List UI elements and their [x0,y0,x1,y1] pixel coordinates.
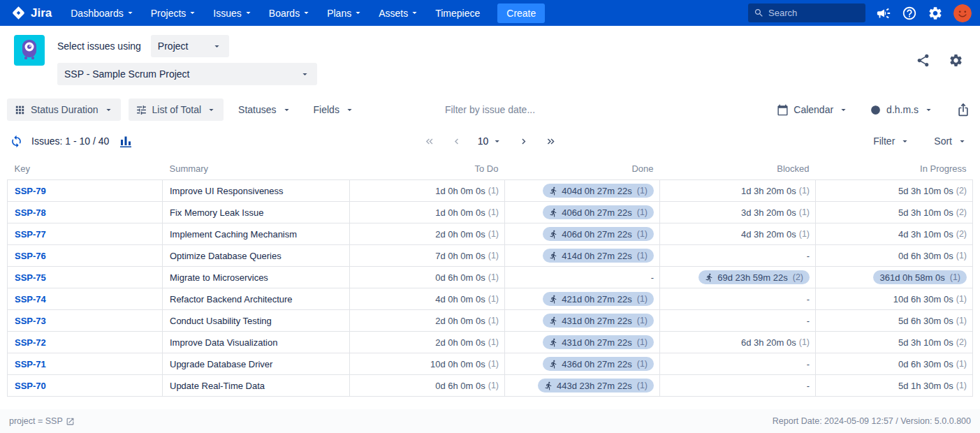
table-row: SSP-73Conduct Usability Testing2d 0h 0m … [8,310,973,332]
footer-query-link[interactable]: project = SSP [9,416,75,426]
report-type-dropdown[interactable]: Status Duration [7,98,121,121]
issue-key-cell: SSP-72 [8,332,163,353]
blocked-duration-cell: 4d 3h 20m 0s(1) [660,223,816,245]
done-duration-cell: 404d 0h 27m 22s(1) [505,180,660,202]
done-duration-cell: 414d 0h 27m 22s(1) [505,245,660,267]
nav-item-boards[interactable]: Boards [261,0,319,26]
issue-summary: Update Real-Time Data [163,375,350,397]
issue-key-link[interactable]: SSP-77 [15,229,46,240]
current-status-duration: 421d 0h 27m 22s(1) [543,292,654,306]
export-icon[interactable] [956,103,970,117]
runner-icon [549,360,558,369]
statuses-label: Statuses [238,104,276,115]
issue-source-dropdown[interactable]: Project [151,35,229,57]
issue-key-cell: SSP-76 [8,245,163,267]
navbar-right-group [748,3,972,22]
runner-icon [544,381,553,390]
user-avatar[interactable] [953,4,972,22]
create-button[interactable]: Create [497,3,545,23]
nav-item-plans[interactable]: Plans [319,0,371,26]
user-avatar-icon [953,4,972,22]
inprogress-duration-cell: 0d 6h 30m 0s(1) [816,353,973,375]
nav-item-dashboards[interactable]: Dashboards [63,0,143,26]
table-row: SSP-78Fix Memory Leak Issue1d 0h 0m 0s(1… [8,202,973,223]
issue-date-filter[interactable]: Filter by issue date... [445,104,535,115]
settings-icon[interactable] [949,53,963,68]
megaphone-icon[interactable] [876,6,891,21]
page-size-dropdown[interactable]: 10 [478,135,503,147]
issue-summary: Refactor Backend Architecture [163,288,350,310]
issue-key-link[interactable]: SSP-76 [15,251,46,261]
issue-key-link[interactable]: SSP-71 [15,359,46,369]
blocked-duration-cell: - [660,288,816,310]
issue-key-link[interactable]: SSP-72 [15,337,46,348]
nav-item-timepiece[interactable]: Timepiece [427,0,488,26]
status-duration: 1d 3h 20m 0s(1) [741,186,810,196]
search-input[interactable] [768,8,860,18]
runner-icon [549,230,558,239]
status-duration: 1d 0h 0m 0s(1) [435,186,499,196]
top-navbar: Jira Dashboards Projects Issues Boards P… [0,0,980,26]
status-duration: 5d 3h 10m 0s(2) [898,207,967,218]
footer-query-text: project = SSP [9,416,63,426]
first-page-button[interactable] [423,135,435,147]
nav-item-projects[interactable]: Projects [143,0,206,26]
done-duration-cell: 443d 23h 27m 22s(1) [505,375,660,397]
next-page-button[interactable] [518,135,529,147]
view-mode-value: List of Total [152,104,202,115]
sort-dropdown[interactable]: Sort [931,130,970,152]
runner-icon [549,186,558,196]
calendar-dropdown[interactable]: Calendar [770,98,856,121]
gear-icon[interactable] [928,6,943,21]
share-icon[interactable] [916,53,930,68]
status-duration: 4d 3h 20m 0s(1) [741,229,810,240]
chevron-down-icon [281,105,292,115]
issue-source-value: Project [158,41,189,52]
issues-count-label: Issues: 1 - 10 / 40 [31,135,109,147]
inprogress-duration-cell: 5d 6h 30m 0s(1) [816,310,973,332]
runner-icon [549,251,558,260]
column-header-summary: Summary [163,158,350,180]
status-duration: 5d 1h 30m 0s(1) [898,381,967,391]
filter-dropdown[interactable]: Filter [870,130,913,152]
issue-key-link[interactable]: SSP-70 [15,381,46,391]
chevron-down-icon [957,136,967,147]
current-status-duration: 436d 0h 27m 22s(1) [543,357,654,371]
time-format-dropdown[interactable]: d.h.m.s [863,98,941,121]
project-dropdown[interactable]: SSP - Sample Scrum Project [57,63,317,85]
issue-key-link[interactable]: SSP-75 [15,272,46,283]
global-search[interactable] [748,3,865,22]
nav-item-assets[interactable]: Assets [371,0,427,26]
issue-key-link[interactable]: SSP-78 [15,207,46,218]
status-duration: 10d 0h 0m 0s(1) [430,359,499,369]
issues-table-container: Key Summary To Do Done Blocked In Progre… [0,156,980,397]
table-row: SSP-74Refactor Backend Architecture4d 0h… [8,288,973,310]
issue-key-link[interactable]: SSP-79 [15,186,46,196]
status-duration: 5d 3h 10m 0s(2) [898,186,967,196]
fields-dropdown[interactable]: Fields [307,98,362,121]
refresh-icon[interactable] [10,135,23,148]
jira-home-link[interactable]: Jira [11,6,52,20]
filter-label: Filter [873,135,895,147]
issue-key-link[interactable]: SSP-73 [15,316,46,326]
last-page-button[interactable] [545,135,557,147]
runner-icon [705,273,714,282]
issue-key-link[interactable]: SSP-74 [15,294,46,304]
chevron-down-icon [212,41,222,52]
help-icon[interactable] [902,6,917,21]
nav-item-issues[interactable]: Issues [205,0,261,26]
report-footer: project = SSP Report Date: 2024-05-09 12… [0,409,980,433]
current-status-duration: 69d 23h 59m 22s(2) [699,270,810,284]
prev-page-button[interactable] [451,135,462,147]
app-window: Jira Dashboards Projects Issues Boards P… [0,0,980,433]
table-row: SSP-71Upgrade Database Driver10d 0h 0m 0… [8,353,973,375]
timepiece-app-logo [14,35,45,66]
chart-icon[interactable] [117,133,134,149]
status-duration: 10d 6h 30m 0s(1) [893,294,967,304]
brand-label: Jira [31,6,52,20]
status-duration: 6d 3h 20m 0s(1) [741,337,810,348]
view-mode-dropdown[interactable]: List of Total [129,98,224,121]
calendar-label: Calendar [793,104,833,115]
statuses-dropdown[interactable]: Statuses [231,98,298,121]
inprogress-duration-cell: 0d 6h 30m 0s(1) [816,245,973,267]
